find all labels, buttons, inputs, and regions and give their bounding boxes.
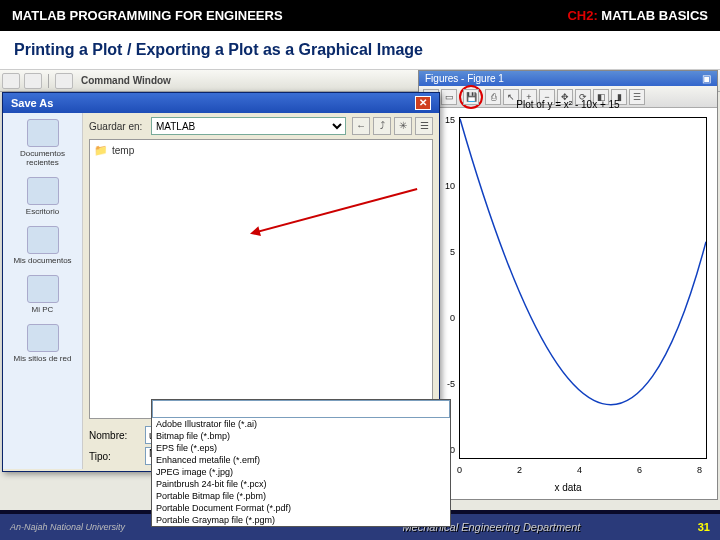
type-option[interactable]: Portable Graymap file (*.pgm): [152, 514, 450, 526]
header-right: CH2: MATLAB BASICS: [567, 8, 708, 23]
save-as-dialog: Save As ✕ Documentos recientes Escritori…: [2, 92, 440, 472]
figure-titlebar[interactable]: Figures - Figure 1▣: [419, 71, 717, 86]
footer-university: An-Najah National University: [10, 522, 125, 532]
place-documents[interactable]: Mis documentos: [7, 226, 78, 265]
new-icon[interactable]: [2, 73, 20, 89]
filename-label: Nombre:: [89, 430, 141, 441]
x-axis-label: x data: [419, 482, 717, 493]
place-mypc[interactable]: Mi PC: [7, 275, 78, 314]
newfolder-icon[interactable]: ✳: [394, 117, 412, 135]
type-option[interactable]: EPS file (*.eps): [152, 442, 450, 454]
file-list[interactable]: temp: [89, 139, 433, 419]
slide-title: Printing a Plot / Exporting a Plot as a …: [0, 31, 720, 70]
plot-axes: [459, 117, 707, 459]
type-option[interactable]: Adobe Illustrator file (*.ai): [152, 418, 450, 430]
page-number: 31: [698, 521, 710, 533]
header-left: MATLAB PROGRAMMING FOR ENGINEERS: [12, 8, 283, 23]
lookin-label: Guardar en:: [89, 121, 145, 132]
type-option[interactable]: JPEG image (*.jpg): [152, 466, 450, 478]
folder-item[interactable]: temp: [94, 144, 428, 157]
place-network[interactable]: Mis sitios de red: [7, 324, 78, 363]
place-desktop[interactable]: Escritorio: [7, 177, 78, 216]
figure-window: Figures - Figure 1▣ □ ▭ 💾 ⎙ ↖ + − ✥ ⟳ ◧ …: [418, 70, 718, 500]
type-option[interactable]: Portable Document Format (*.pdf): [152, 502, 450, 514]
back-icon[interactable]: ←: [352, 117, 370, 135]
type-option[interactable]: Enhanced metafile (*.emf): [152, 454, 450, 466]
up-icon[interactable]: ⤴: [373, 117, 391, 135]
lookin-select[interactable]: MATLAB: [151, 117, 346, 135]
views-icon[interactable]: ☰: [415, 117, 433, 135]
command-window-label: Command Window: [81, 75, 171, 86]
parabola-curve: [460, 119, 706, 405]
place-recent[interactable]: Documentos recientes: [7, 119, 78, 167]
type-option[interactable]: MATLAB Figure (*.fig): [152, 400, 450, 418]
filetype-label: Tipo:: [89, 451, 141, 462]
type-option[interactable]: Paintbrush 24-bit file (*.pcx): [152, 478, 450, 490]
places-bar: Documentos recientes Escritorio Mis docu…: [3, 113, 83, 469]
close-icon[interactable]: ✕: [415, 96, 431, 110]
type-option[interactable]: Portable Bitmap file (*.pbm): [152, 490, 450, 502]
filetype-dropdown[interactable]: MATLAB Figure (*.fig) Adobe Illustrator …: [151, 399, 451, 527]
saveas-titlebar[interactable]: Save As ✕: [3, 93, 439, 113]
cut-icon[interactable]: [55, 73, 73, 89]
figure-controls-icon[interactable]: ▣: [702, 73, 711, 84]
plot-title: Plot of y = x² - 10x + 15: [419, 99, 717, 110]
workspace: Command Window Figures - Figure 1▣ □ ▭ 💾…: [0, 70, 720, 510]
type-option[interactable]: Bitmap file (*.bmp): [152, 430, 450, 442]
slide-header: MATLAB PROGRAMMING FOR ENGINEERS CH2: MA…: [0, 0, 720, 31]
open-icon[interactable]: [24, 73, 42, 89]
